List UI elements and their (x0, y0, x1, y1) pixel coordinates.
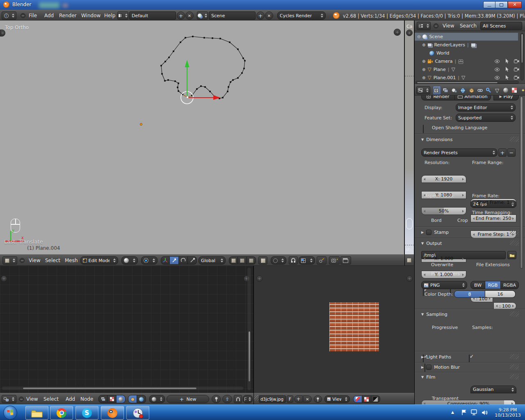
output-panel-header[interactable]: ▼Output (421, 241, 442, 246)
properties-expand-button[interactable]: + (406, 30, 413, 36)
selectability-cursor-icon[interactable] (505, 67, 509, 72)
scrollbar-thumb[interactable] (520, 96, 523, 269)
tab-constraints[interactable] (476, 86, 484, 95)
taskbar-item-chrome[interactable] (50, 406, 73, 420)
properties-vertical-scrollbar[interactable] (520, 96, 523, 403)
draw-color-alpha-button[interactable] (353, 395, 362, 403)
node-horizontal-scrollbar[interactable] (2, 386, 244, 390)
collapse-icon[interactable]: ⊖ (417, 34, 420, 39)
menu-add[interactable]: Add (66, 396, 75, 402)
vertex-select-button[interactable] (229, 256, 238, 265)
light-paths-panel-header[interactable]: ▶Light Paths (421, 354, 451, 360)
menu-view[interactable]: View (443, 23, 454, 29)
selectability-cursor-icon[interactable] (505, 75, 509, 80)
outliner-vertical-scrollbar[interactable] (520, 33, 524, 80)
edge-select-button[interactable] (238, 256, 247, 265)
tray-network-icon[interactable] (471, 409, 478, 415)
tab-material[interactable] (502, 86, 510, 95)
translate-manipulator[interactable] (0, 21, 404, 254)
viewport-3d[interactable]: Top Ortho + + y x Last: Translate (1) Pl… (0, 21, 404, 266)
maximize-button[interactable] (495, 1, 508, 8)
menu-mesh[interactable]: Mesh (65, 258, 78, 263)
tray-volume-icon[interactable] (482, 410, 488, 415)
outliner-row-plane[interactable]: ⊕ ▽ Plane | ▽ (422, 66, 518, 73)
render-opengl-button[interactable] (329, 256, 340, 265)
resolution-percentage-slider[interactable]: 50% (421, 207, 466, 215)
interaction-mode-select[interactable]: Edit Mode (80, 256, 118, 265)
taskbar-item-explorer[interactable] (25, 406, 48, 420)
stamp-checkbox[interactable] (426, 230, 431, 235)
close-button[interactable]: ✕ (508, 1, 522, 8)
end-frame-field[interactable]: End Frame: 250 (470, 215, 516, 222)
motion-blur-panel-header[interactable]: ▶Motion Blur (421, 365, 460, 370)
renderability-camera-icon[interactable] (514, 67, 519, 71)
scrollbar-thumb[interactable] (248, 331, 251, 382)
taskbar-item-recorder[interactable] (126, 406, 149, 420)
viewport-camera-strip[interactable]: Ca + st: Tr (405, 21, 414, 266)
browse-folder-button[interactable] (507, 251, 516, 259)
screen-layout-icon-button[interactable] (117, 11, 128, 20)
render-engine-select[interactable]: Cycles Render (277, 11, 326, 20)
rotate-manipulator-button[interactable] (179, 256, 188, 265)
draw-alpha-button[interactable] (362, 395, 371, 403)
snap-element-select[interactable] (243, 395, 253, 403)
editor-type-button-properties[interactable] (416, 86, 430, 94)
render-presets-select[interactable]: Render Presets (421, 148, 498, 157)
outliner-row-scene[interactable]: ⊖ Scene (415, 33, 518, 41)
limit-selection-visible-button[interactable] (258, 256, 267, 265)
collapse-menus-icon[interactable]: − (19, 397, 24, 402)
collapse-menus-icon[interactable]: − (434, 23, 438, 28)
editor-type-button-outliner[interactable] (417, 22, 431, 30)
tab-object-data[interactable]: ▽ (493, 86, 501, 95)
collapse-menus-icon[interactable]: − (21, 13, 25, 18)
renderability-camera-icon[interactable] (514, 59, 519, 63)
region-expand-button[interactable]: + (406, 276, 413, 282)
film-panel-header[interactable]: ▼Film (421, 374, 436, 380)
snap-toggle-button[interactable] (289, 256, 298, 265)
editor-type-button-info[interactable]: i (2, 11, 16, 20)
new-material-button[interactable]: +New (167, 395, 209, 403)
snap-element-select[interactable] (299, 256, 315, 265)
menu-file[interactable]: File (27, 13, 39, 18)
add-preset-button[interactable]: + (498, 148, 507, 157)
manipulator-toggle-button[interactable] (161, 256, 170, 265)
image-name-field[interactable]: d3jc9jw.jpg (259, 395, 286, 403)
region-expand-button[interactable]: + (256, 276, 262, 282)
object-shader-button[interactable] (128, 395, 137, 403)
osl-checkbox[interactable] (423, 125, 424, 133)
snap-toggle-button[interactable] (234, 395, 242, 403)
go-parent-node-button[interactable]: ⇧ (222, 395, 232, 403)
menu-view[interactable]: View (26, 396, 38, 402)
view-menu-button[interactable]: View (324, 395, 350, 403)
feature-set-select[interactable]: Supported (456, 114, 516, 122)
taskbar-item-blender[interactable] (101, 406, 124, 420)
renderability-camera-icon[interactable] (514, 75, 519, 80)
menu-add[interactable]: Add (43, 13, 55, 18)
outliner-row-renderlayers[interactable]: ⊕ RenderLayers | (422, 41, 518, 49)
proportional-edit-select[interactable] (271, 256, 286, 265)
region-expand-button[interactable]: + (1, 276, 7, 282)
tray-action-center-icon[interactable] (461, 409, 467, 415)
start-button[interactable] (3, 406, 17, 420)
rgba-button[interactable]: RGBA (501, 281, 519, 289)
tab-render-layers[interactable] (441, 86, 450, 95)
tab-scene[interactable] (450, 86, 458, 95)
filter-type-select[interactable]: Gaussian (470, 386, 516, 393)
motion-blur-checkbox[interactable] (426, 365, 431, 370)
add-layout-button[interactable]: + (177, 11, 185, 20)
dimensions-panel-header[interactable]: ▼Dimensions (421, 137, 452, 142)
screen-layout-field[interactable]: Default (129, 11, 176, 20)
node-canvas[interactable] (0, 266, 253, 393)
visibility-eye-icon[interactable] (495, 76, 500, 80)
tray-clock[interactable]: 9:28 PM 10/13/2013 (492, 406, 523, 419)
tab-texture[interactable] (510, 86, 518, 95)
tab-object[interactable] (467, 86, 475, 95)
shader-nodes-button[interactable] (98, 395, 107, 403)
visibility-eye-icon[interactable] (495, 59, 500, 63)
collapse-menus-icon[interactable]: − (20, 258, 25, 263)
menu-select[interactable]: Select (45, 258, 60, 263)
remove-preset-button[interactable]: − (507, 148, 516, 157)
pin-button[interactable] (314, 395, 322, 403)
menu-view[interactable]: View (29, 258, 40, 263)
menu-select[interactable]: Select (43, 396, 59, 402)
